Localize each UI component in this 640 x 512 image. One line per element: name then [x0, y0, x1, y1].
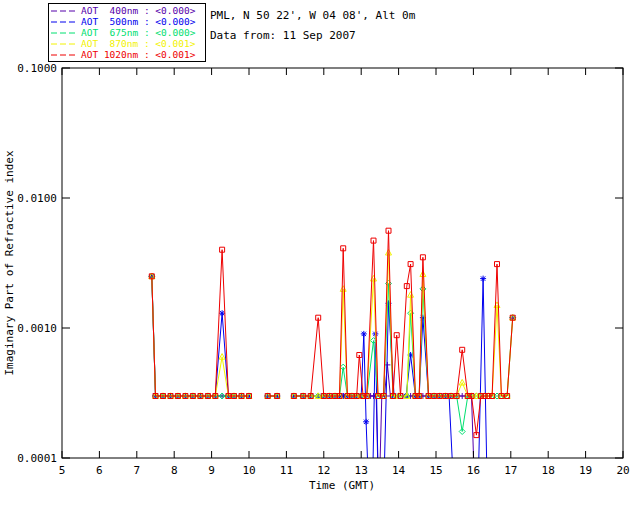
x-tick-label: 9 — [208, 464, 215, 477]
chart-plot: 5678910111213141516171819200.10000.01000… — [0, 0, 640, 512]
screenshot-root: 5678910111213141516171819200.10000.01000… — [0, 0, 640, 512]
legend-entry-1020nm: AOT 1020nm : <0.001> — [51, 50, 203, 60]
x-tick-label: 10 — [242, 464, 255, 477]
legend-entry-500nm: AOT 500nm : <0.000> — [51, 17, 203, 27]
header-location: PML, N 50 22', W 04 08', Alt 0m — [210, 6, 415, 26]
legend-line-sample — [51, 18, 78, 26]
legend-entry-label: AOT 500nm : <0.000> — [81, 17, 195, 27]
series-line-1020nm — [152, 231, 513, 435]
series-markers-870nm — [149, 249, 516, 398]
legend-entry-label: AOT 675nm : <0.000> — [81, 28, 195, 38]
x-tick-label: 19 — [579, 464, 592, 477]
legend-entry-label: AOT 870nm : <0.001> — [81, 39, 195, 49]
axes-layer: 5678910111213141516171819200.10000.01000… — [17, 62, 629, 477]
series-layer — [149, 228, 516, 512]
series-markers-1020nm — [149, 228, 515, 437]
x-axis-title: Time (GMT) — [309, 479, 375, 492]
y-tick-label: 0.0001 — [17, 452, 57, 465]
x-tick-label: 7 — [133, 464, 140, 477]
x-tick-label: 12 — [317, 464, 330, 477]
x-tick-label: 14 — [392, 464, 406, 477]
x-tick-label: 13 — [355, 464, 368, 477]
x-tick-label: 20 — [616, 464, 629, 477]
series-line-675nm — [152, 276, 513, 431]
series-1020nm — [149, 228, 515, 437]
x-tick-label: 6 — [96, 464, 103, 477]
legend-line-sample — [51, 51, 78, 59]
y-tick-label: 0.0100 — [17, 192, 57, 205]
legend-entry-870nm: AOT 870nm : <0.001> — [51, 39, 203, 49]
x-tick-label: 16 — [467, 464, 480, 477]
series-line-870nm — [152, 253, 513, 396]
x-tick-label: 18 — [542, 464, 555, 477]
legend-line-sample — [51, 40, 78, 48]
series-markers-675nm — [149, 273, 516, 434]
series-870nm — [149, 249, 516, 398]
legend-entry-675nm: AOT 675nm : <0.000> — [51, 28, 203, 38]
x-tick-label: 11 — [280, 464, 293, 477]
series-markers-500nm — [149, 273, 516, 512]
legend-line-sample — [51, 7, 78, 15]
legend-entry-400nm: AOT 400nm : <0.000> — [51, 6, 203, 16]
legend-box: AOT 400nm : <0.000>AOT 500nm : <0.000>AO… — [48, 3, 206, 62]
legend-line-sample — [51, 29, 78, 37]
y-tick-label: 0.1000 — [17, 62, 57, 75]
y-tick-label: 0.0010 — [17, 322, 57, 335]
legend-entry-label: AOT 1020nm : <0.001> — [81, 50, 195, 60]
y-axis-title: Imaginary Part of Refractive index — [3, 150, 16, 376]
header-date: Data from: 11 Sep 2007 — [210, 26, 415, 46]
header-block: PML, N 50 22', W 04 08', Alt 0m Data fro… — [210, 6, 415, 46]
x-tick-label: 17 — [504, 464, 517, 477]
legend-entry-label: AOT 400nm : <0.000> — [81, 6, 195, 16]
x-tick-label: 8 — [171, 464, 178, 477]
x-tick-label: 5 — [59, 464, 66, 477]
x-tick-label: 15 — [429, 464, 442, 477]
series-500nm — [149, 273, 516, 512]
series-675nm — [149, 273, 516, 434]
